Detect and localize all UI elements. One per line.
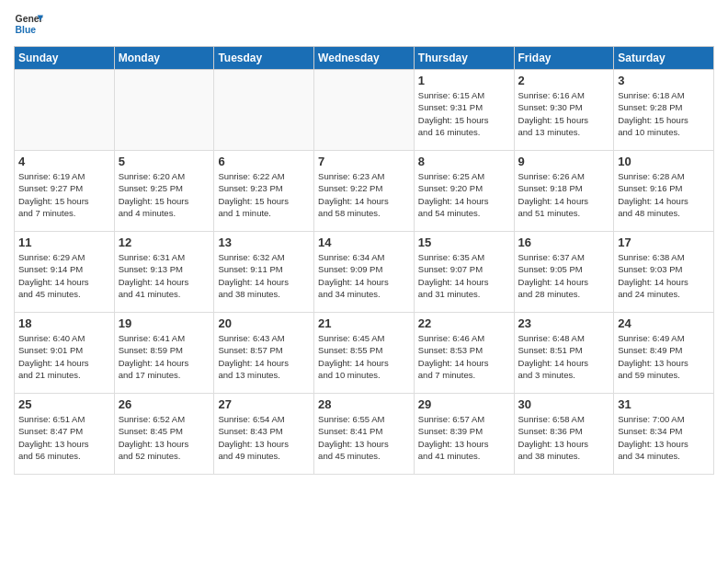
day-number: 29 (418, 397, 510, 411)
day-info: Sunrise: 6:48 AM Sunset: 8:51 PM Dayligh… (518, 332, 610, 381)
day-info: Sunrise: 6:29 AM Sunset: 9:14 PM Dayligh… (18, 251, 110, 300)
day-number: 22 (418, 316, 510, 330)
day-info: Sunrise: 6:43 AM Sunset: 8:57 PM Dayligh… (218, 332, 310, 381)
day-number: 19 (119, 316, 210, 330)
calendar-cell-1-2 (114, 70, 214, 151)
logo-icon: General Blue (14, 9, 43, 39)
calendar-table: SundayMondayTuesdayWednesdayThursdayFrid… (14, 46, 714, 475)
calendar-cell-4-3: 20Sunrise: 6:43 AM Sunset: 8:57 PM Dayli… (214, 313, 314, 394)
calendar-cell-1-7: 3Sunrise: 6:18 AM Sunset: 9:28 PM Daylig… (614, 70, 714, 151)
calendar-cell-3-4: 14Sunrise: 6:34 AM Sunset: 9:09 PM Dayli… (314, 232, 415, 313)
day-info: Sunrise: 6:37 AM Sunset: 9:05 PM Dayligh… (518, 251, 610, 300)
day-info: Sunrise: 6:41 AM Sunset: 8:59 PM Dayligh… (119, 332, 210, 381)
calendar-cell-3-3: 13Sunrise: 6:32 AM Sunset: 9:11 PM Dayli… (214, 232, 314, 313)
day-info: Sunrise: 6:20 AM Sunset: 9:25 PM Dayligh… (119, 170, 210, 219)
day-number: 20 (218, 316, 310, 330)
calendar-week-3: 11Sunrise: 6:29 AM Sunset: 9:14 PM Dayli… (15, 232, 714, 313)
calendar-cell-5-6: 30Sunrise: 6:58 AM Sunset: 8:36 PM Dayli… (514, 394, 614, 475)
calendar-cell-5-4: 28Sunrise: 6:55 AM Sunset: 8:41 PM Dayli… (314, 394, 415, 475)
day-info: Sunrise: 6:23 AM Sunset: 9:22 PM Dayligh… (318, 170, 410, 219)
calendar-header-monday: Monday (114, 47, 214, 70)
day-number: 23 (518, 316, 610, 330)
calendar-cell-3-6: 16Sunrise: 6:37 AM Sunset: 9:05 PM Dayli… (514, 232, 614, 313)
day-number: 26 (119, 397, 210, 411)
calendar-cell-3-1: 11Sunrise: 6:29 AM Sunset: 9:14 PM Dayli… (15, 232, 115, 313)
day-info: Sunrise: 6:18 AM Sunset: 9:28 PM Dayligh… (618, 89, 710, 138)
day-number: 18 (18, 316, 110, 330)
calendar-cell-2-6: 9Sunrise: 6:26 AM Sunset: 9:18 PM Daylig… (514, 151, 614, 232)
calendar-cell-4-1: 18Sunrise: 6:40 AM Sunset: 9:01 PM Dayli… (15, 313, 115, 394)
calendar-header-wednesday: Wednesday (314, 47, 415, 70)
day-info: Sunrise: 6:57 AM Sunset: 8:39 PM Dayligh… (418, 413, 510, 462)
day-info: Sunrise: 6:40 AM Sunset: 9:01 PM Dayligh… (18, 332, 110, 381)
calendar-cell-4-7: 24Sunrise: 6:49 AM Sunset: 8:49 PM Dayli… (614, 313, 714, 394)
day-info: Sunrise: 6:51 AM Sunset: 8:47 PM Dayligh… (18, 413, 110, 462)
day-number: 1 (418, 74, 510, 87)
day-info: Sunrise: 6:35 AM Sunset: 9:07 PM Dayligh… (418, 251, 510, 300)
day-info: Sunrise: 6:32 AM Sunset: 9:11 PM Dayligh… (218, 251, 310, 300)
calendar-header-saturday: Saturday (614, 47, 714, 70)
calendar-cell-4-2: 19Sunrise: 6:41 AM Sunset: 8:59 PM Dayli… (114, 313, 214, 394)
calendar-cell-5-3: 27Sunrise: 6:54 AM Sunset: 8:43 PM Dayli… (214, 394, 314, 475)
day-number: 30 (518, 397, 610, 411)
day-number: 7 (318, 155, 410, 168)
calendar-cell-2-5: 8Sunrise: 6:25 AM Sunset: 9:20 PM Daylig… (414, 151, 514, 232)
day-info: Sunrise: 6:58 AM Sunset: 8:36 PM Dayligh… (518, 413, 610, 462)
day-info: Sunrise: 6:25 AM Sunset: 9:20 PM Dayligh… (418, 170, 510, 219)
calendar-cell-2-4: 7Sunrise: 6:23 AM Sunset: 9:22 PM Daylig… (314, 151, 415, 232)
day-info: Sunrise: 6:54 AM Sunset: 8:43 PM Dayligh… (218, 413, 310, 462)
calendar-header-friday: Friday (514, 47, 614, 70)
calendar-header-row: SundayMondayTuesdayWednesdayThursdayFrid… (15, 47, 714, 70)
calendar-cell-1-4 (314, 70, 415, 151)
svg-text:Blue: Blue (16, 25, 37, 35)
day-number: 11 (18, 236, 110, 249)
calendar-cell-5-7: 31Sunrise: 7:00 AM Sunset: 8:34 PM Dayli… (614, 394, 714, 475)
calendar-cell-4-5: 22Sunrise: 6:46 AM Sunset: 8:53 PM Dayli… (414, 313, 514, 394)
calendar-cell-1-3 (214, 70, 314, 151)
day-number: 3 (618, 74, 710, 87)
calendar-cell-1-5: 1Sunrise: 6:15 AM Sunset: 9:31 PM Daylig… (414, 70, 514, 151)
calendar-body: 1Sunrise: 6:15 AM Sunset: 9:31 PM Daylig… (15, 70, 714, 475)
day-number: 13 (218, 236, 310, 249)
day-number: 28 (318, 397, 410, 411)
calendar-cell-5-2: 26Sunrise: 6:52 AM Sunset: 8:45 PM Dayli… (114, 394, 214, 475)
calendar-week-2: 4Sunrise: 6:19 AM Sunset: 9:27 PM Daylig… (15, 151, 714, 232)
day-info: Sunrise: 6:45 AM Sunset: 8:55 PM Dayligh… (318, 332, 410, 381)
day-number: 9 (518, 155, 610, 168)
day-info: Sunrise: 6:38 AM Sunset: 9:03 PM Dayligh… (618, 251, 710, 300)
calendar-header-sunday: Sunday (15, 47, 115, 70)
calendar-cell-3-5: 15Sunrise: 6:35 AM Sunset: 9:07 PM Dayli… (414, 232, 514, 313)
day-number: 10 (618, 155, 710, 168)
day-info: Sunrise: 6:34 AM Sunset: 9:09 PM Dayligh… (318, 251, 410, 300)
calendar-week-1: 1Sunrise: 6:15 AM Sunset: 9:31 PM Daylig… (15, 70, 714, 151)
calendar-cell-2-1: 4Sunrise: 6:19 AM Sunset: 9:27 PM Daylig… (15, 151, 115, 232)
calendar-cell-3-2: 12Sunrise: 6:31 AM Sunset: 9:13 PM Dayli… (114, 232, 214, 313)
day-info: Sunrise: 6:15 AM Sunset: 9:31 PM Dayligh… (418, 89, 510, 138)
day-info: Sunrise: 6:26 AM Sunset: 9:18 PM Dayligh… (518, 170, 610, 219)
day-info: Sunrise: 6:55 AM Sunset: 8:41 PM Dayligh… (318, 413, 410, 462)
day-number: 6 (218, 155, 310, 168)
day-info: Sunrise: 7:00 AM Sunset: 8:34 PM Dayligh… (618, 413, 710, 462)
day-info: Sunrise: 6:31 AM Sunset: 9:13 PM Dayligh… (119, 251, 210, 300)
calendar-header-thursday: Thursday (414, 47, 514, 70)
day-info: Sunrise: 6:22 AM Sunset: 9:23 PM Dayligh… (218, 170, 310, 219)
calendar-header-tuesday: Tuesday (214, 47, 314, 70)
day-number: 21 (318, 316, 410, 330)
page-header: General Blue (14, 9, 714, 39)
day-number: 27 (218, 397, 310, 411)
calendar-week-4: 18Sunrise: 6:40 AM Sunset: 9:01 PM Dayli… (15, 313, 714, 394)
day-number: 24 (618, 316, 710, 330)
calendar-cell-4-6: 23Sunrise: 6:48 AM Sunset: 8:51 PM Dayli… (514, 313, 614, 394)
day-info: Sunrise: 6:52 AM Sunset: 8:45 PM Dayligh… (119, 413, 210, 462)
calendar-cell-2-7: 10Sunrise: 6:28 AM Sunset: 9:16 PM Dayli… (614, 151, 714, 232)
day-number: 14 (318, 236, 410, 249)
day-number: 31 (618, 397, 710, 411)
calendar-cell-2-2: 5Sunrise: 6:20 AM Sunset: 9:25 PM Daylig… (114, 151, 214, 232)
day-info: Sunrise: 6:49 AM Sunset: 8:49 PM Dayligh… (618, 332, 710, 381)
day-number: 5 (119, 155, 210, 168)
calendar-week-5: 25Sunrise: 6:51 AM Sunset: 8:47 PM Dayli… (15, 394, 714, 475)
day-number: 8 (418, 155, 510, 168)
day-number: 25 (18, 397, 110, 411)
day-number: 15 (418, 236, 510, 249)
day-info: Sunrise: 6:28 AM Sunset: 9:16 PM Dayligh… (618, 170, 710, 219)
